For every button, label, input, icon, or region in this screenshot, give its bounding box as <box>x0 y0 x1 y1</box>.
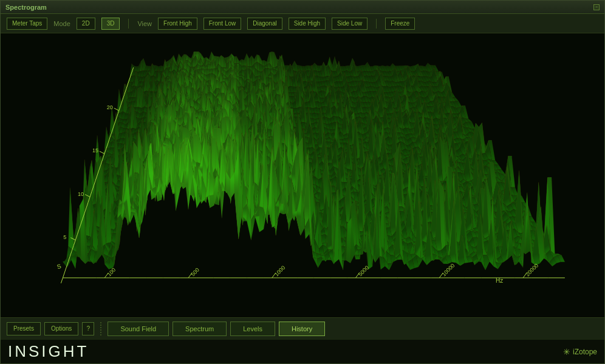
view-side-high-button[interactable]: Side High <box>289 18 326 30</box>
app-container: Spectrogram − Meter Taps Mode 2D 3D View… <box>0 0 605 364</box>
mode-2d-button[interactable]: 2D <box>77 18 95 30</box>
meter-taps-button[interactable]: Meter Taps <box>7 18 47 30</box>
brand-logo-star: ✳ <box>563 347 570 357</box>
help-button[interactable]: ? <box>82 322 94 335</box>
toolbar: Meter Taps Mode 2D 3D View Front High Fr… <box>1 14 604 33</box>
presets-button[interactable]: Presets <box>7 322 41 335</box>
minimize-button[interactable]: − <box>593 4 600 10</box>
view-side-low-button[interactable]: Side Low <box>332 18 367 30</box>
brand-logo-text: iZotope <box>573 348 597 356</box>
brand-name: INSIGHT <box>8 342 89 361</box>
title-bar-controls: − <box>593 4 600 10</box>
brand-logo: ✳ iZotope <box>563 347 597 357</box>
spectrogram-canvas <box>1 33 604 317</box>
view-front-low-button[interactable]: Front Low <box>203 18 241 30</box>
view-label: View <box>137 20 152 27</box>
title-bar: Spectrogram − <box>1 1 604 14</box>
mode-label: Mode <box>53 20 70 27</box>
bottom-separator <box>100 322 101 335</box>
brand-bar: INSIGHT ✳ iZotope <box>1 339 604 363</box>
options-button[interactable]: Options <box>44 322 78 335</box>
mode-3d-button[interactable]: 3D <box>101 18 120 30</box>
freeze-button[interactable]: Freeze <box>385 18 415 30</box>
toolbar-sep-1 <box>128 19 129 29</box>
tab-spectrum[interactable]: Spectrum <box>173 322 227 336</box>
view-diagonal-button[interactable]: Diagonal <box>247 18 282 30</box>
view-front-high-button[interactable]: Front High <box>158 18 197 30</box>
tab-sound-field[interactable]: Sound Field <box>108 322 169 336</box>
main-viz <box>1 33 604 317</box>
title-bar-text: Spectrogram <box>5 4 47 11</box>
bottom-toolbar: Presets Options ? Sound Field Spectrum L… <box>1 317 604 339</box>
toolbar-sep-2 <box>376 19 377 29</box>
tab-levels[interactable]: Levels <box>230 322 275 336</box>
tab-history[interactable]: History <box>279 322 325 336</box>
